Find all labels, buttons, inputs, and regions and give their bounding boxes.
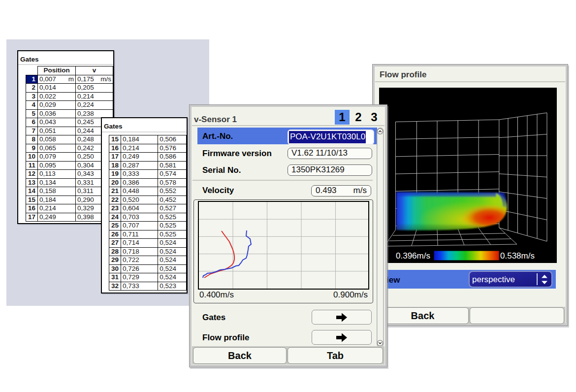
- svg-text:0.396m/s: 0.396m/s: [396, 251, 430, 261]
- svg-text:0.538m/s: 0.538m/s: [500, 251, 535, 261]
